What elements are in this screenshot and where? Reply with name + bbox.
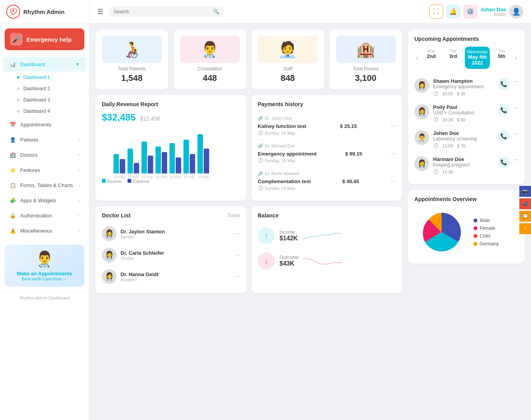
doctor-more-button[interactable]: ··· bbox=[235, 230, 240, 237]
appt-type: Laboratory screening bbox=[433, 136, 494, 142]
appt-time: 10:00 bbox=[442, 91, 453, 96]
doctor-specialty: Dentist bbox=[121, 234, 235, 239]
clock-icon: 🕐 bbox=[258, 186, 263, 191]
avatar: 👤 bbox=[509, 5, 523, 19]
floating-camera-button[interactable]: 📷 bbox=[519, 186, 531, 197]
stat-card-patients: 🧑‍🦽 Total Patients 1,548 bbox=[96, 30, 168, 89]
appt-call-button[interactable]: 📞 bbox=[498, 156, 510, 168]
sidebar-item-patients[interactable]: 👤 Patients › bbox=[3, 132, 86, 147]
appt-call-button[interactable]: 📞 bbox=[498, 104, 510, 116]
sidebar-item-label: Apps & Widgets bbox=[20, 198, 78, 203]
appt-more-button[interactable]: ··· bbox=[514, 156, 519, 163]
sidebar: Rhythm Admin 🎤 Emergency help 📊 Dashboar… bbox=[0, 0, 89, 420]
calendar-days: Mon 2nd Tue 3rd Wednesday May 4th 2022 bbox=[421, 47, 512, 69]
appt-meta: 🕐 10:30 $ 50 bbox=[433, 117, 494, 122]
cal-day-tue[interactable]: Tue 3rd bbox=[443, 47, 463, 69]
cal-day-wed[interactable]: Wednesday May 4th 2022 bbox=[465, 47, 490, 69]
sidebar-item-forms[interactable]: 📋 Forms, Tables & Charts › bbox=[3, 178, 86, 192]
stat-card-staff: 🧑‍💼 Staff 848 bbox=[252, 30, 324, 89]
sidebar-item-doctors[interactable]: 🏥 Doctors › bbox=[3, 147, 86, 162]
revenue-main: $32,485 bbox=[102, 112, 136, 122]
appt-call-button[interactable]: 📞 bbox=[498, 78, 510, 90]
appt-info: Shawn Hampton Emergency appointment 🕐 10… bbox=[433, 78, 494, 96]
doctor-card-header: Doctor List Today bbox=[102, 212, 240, 219]
search-input[interactable] bbox=[114, 9, 210, 14]
calendar-next-button[interactable]: › bbox=[514, 53, 519, 63]
appt-meta: 🕐 11:00 $ 70 bbox=[433, 143, 494, 148]
doctor-info: Dr. Carla Schleifer Oculist bbox=[121, 250, 235, 261]
doctor-more-button[interactable]: ··· bbox=[235, 273, 240, 280]
appt-avatar: 👨‍⚕️ bbox=[414, 130, 429, 145]
payment-date: 🕐Sunday, 16 May bbox=[258, 130, 396, 135]
appointments-list: 👩‍⚕️ Shawn Hampton Emergency appointment… bbox=[414, 74, 519, 178]
day-num: 2nd bbox=[423, 53, 440, 59]
sidebar-item-misc[interactable]: ⚠️ Miscellaneous › bbox=[3, 223, 86, 238]
appt-more-button[interactable]: ··· bbox=[514, 130, 519, 137]
emergency-button[interactable]: 🎤 Emergency help bbox=[5, 28, 84, 50]
doctor-list-item: 👩‍⚕️ Dr. Hanna Geidt Surgeon ··· bbox=[102, 266, 240, 287]
cal-day-mon[interactable]: Mon 2nd bbox=[421, 47, 441, 69]
sidebar-item-label: Dashboard bbox=[20, 61, 75, 67]
sidebar-item-features[interactable]: ⭐ Features › bbox=[3, 163, 86, 177]
legend-income: Income bbox=[107, 179, 121, 184]
stat-card-consulation: 👨‍⚕️ Consulation 448 bbox=[174, 30, 246, 89]
appt-info: Johen Doe Laboratory screening 🕐 11:00 $… bbox=[433, 130, 494, 148]
chart-area: 10 May11 May12 May13 May14 May15 May16 M… bbox=[102, 127, 240, 177]
appt-info: Polly Paul USG + Consultation 🕐 10:30 $ … bbox=[433, 104, 494, 122]
banner-image: 👨‍⚕️ bbox=[10, 250, 79, 268]
stat-image-consulation: 👨‍⚕️ bbox=[180, 36, 240, 63]
misc-icon: ⚠️ bbox=[9, 227, 16, 234]
payment-more-button[interactable]: ··· bbox=[391, 122, 396, 130]
floating-nav-button[interactable]: ⤴ bbox=[519, 223, 531, 234]
hamburger-button[interactable]: ☰ bbox=[97, 7, 103, 16]
expand-button[interactable]: ⛶ bbox=[429, 5, 443, 19]
content-left: 🧑‍🦽 Total Patients 1,548 👨‍⚕️ Consulatio… bbox=[96, 30, 402, 414]
chevron-down-icon: ▼ bbox=[75, 62, 80, 66]
notification-button[interactable]: 🔔 bbox=[446, 5, 460, 19]
sidebar-item-dashboard[interactable]: 📊 Dashboard ▼ bbox=[3, 57, 86, 72]
appt-meta: 🕐 10:00 $ 30 bbox=[433, 91, 494, 96]
active-dot bbox=[17, 76, 19, 79]
sidebar-item-auth[interactable]: 🔒 Authentication › bbox=[3, 208, 86, 223]
user-info[interactable]: Johen Doe ADMIN 👤 bbox=[480, 5, 523, 19]
floating-video-button[interactable]: 📹 bbox=[519, 198, 531, 209]
floating-chat-button[interactable]: 💬 bbox=[519, 211, 531, 222]
chevron-right-icon: › bbox=[78, 137, 80, 142]
features-icon: ⭐ bbox=[9, 166, 16, 173]
sidebar-item-label: Appointments bbox=[20, 122, 80, 128]
calendar-nav: ‹ Mon 2nd Tue 3rd Wednesday May 4th 2022 bbox=[414, 47, 519, 69]
doctor-more-button[interactable]: ··· bbox=[235, 252, 240, 259]
cal-day-thu[interactable]: Thu 5th bbox=[491, 47, 512, 69]
legend-dot-female bbox=[473, 226, 477, 230]
payment-row: Complementation test $ 40.45 ··· bbox=[258, 178, 396, 185]
sidebar-item-apps[interactable]: 🧩 Apps & Widgets › bbox=[3, 193, 86, 208]
appt-more-button[interactable]: ··· bbox=[514, 104, 519, 111]
payment-amount: $ 25.15 bbox=[340, 123, 357, 129]
payment-more-button[interactable]: ··· bbox=[391, 150, 396, 157]
sidebar-item-dashboard2[interactable]: Dashboard 2 bbox=[11, 83, 86, 94]
payment-list-item: 🔗Dr. Bertie Maxwell Complementation test… bbox=[258, 167, 396, 194]
sidebar-item-dashboard4[interactable]: Dashboard 4 bbox=[11, 106, 86, 117]
overview-legend: Male Female Child Germany bbox=[473, 218, 499, 247]
payment-more-button[interactable]: ··· bbox=[391, 178, 396, 185]
appt-avatar: 👩‍⚕️ bbox=[414, 104, 429, 119]
stat-label: Total Patients bbox=[102, 66, 162, 72]
sidebar-item-dashboard1[interactable]: Dashboard 1 bbox=[11, 72, 86, 83]
stat-value: 1,548 bbox=[102, 73, 162, 83]
payments-title: Payments history bbox=[258, 101, 396, 107]
sidebar-footer: Rhythm Admin Dashboard bbox=[0, 291, 89, 304]
payment-list-item: 🔗Dr. Michael Doe Emergency appointment $… bbox=[258, 140, 396, 167]
appt-type: USG + Consultation bbox=[433, 110, 494, 116]
appt-more-button[interactable]: ··· bbox=[514, 78, 519, 85]
clock-icon: 🕐 bbox=[258, 158, 263, 163]
search-box[interactable]: 🔍 bbox=[108, 6, 225, 17]
doctor-avatar: 👩‍⚕️ bbox=[102, 269, 117, 284]
calendar-prev-button[interactable]: ‹ bbox=[414, 53, 419, 63]
settings-button[interactable]: ⚙️ bbox=[463, 5, 477, 19]
sidebar-item-dashboard3[interactable]: Dashboard 3 bbox=[11, 94, 86, 105]
appt-avatar: 👩‍⚕️ bbox=[414, 156, 429, 171]
appt-call-button[interactable]: 📞 bbox=[498, 130, 510, 142]
appt-name: Johen Doe bbox=[433, 130, 494, 136]
legend-label: Germany bbox=[480, 241, 499, 247]
sidebar-item-appointments[interactable]: 📅 Appointments bbox=[3, 117, 86, 132]
